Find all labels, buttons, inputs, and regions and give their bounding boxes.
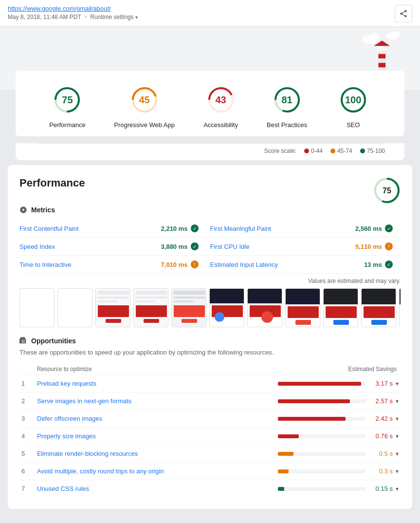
opportunity-number: 3 xyxy=(21,415,35,422)
opportunity-row[interactable]: 2 Serve images in next-gen formats 2.57 … xyxy=(19,392,401,410)
metric-row: Speed Index 3,880 ms ✓ xyxy=(19,238,210,256)
opportunity-number: 1 xyxy=(21,380,35,387)
svg-rect-38 xyxy=(174,297,205,299)
filmstrip-item xyxy=(19,288,55,327)
opportunities-section: Opportunities These are opportunities to… xyxy=(19,337,401,497)
svg-rect-6 xyxy=(379,63,386,67)
filmstrip-item xyxy=(285,288,320,327)
header-url[interactable]: https://www.google.com/gmail/about/ xyxy=(8,5,138,12)
opportunity-savings: 0.15 s xyxy=(369,485,394,492)
opportunity-name[interactable]: Serve images in next-gen formats xyxy=(37,397,276,405)
opportunity-bar-wrapper xyxy=(278,417,365,421)
main-content: Performance 75 Metrics First Contentful … xyxy=(8,165,412,509)
filmstrip-item xyxy=(95,288,130,327)
filmstrip-item xyxy=(171,288,206,327)
svg-rect-37 xyxy=(174,291,205,295)
metric-status-icon: ✓ xyxy=(385,224,393,232)
opportunity-chevron[interactable]: ▾ xyxy=(396,380,399,387)
metric-value: 7,010 ms ! xyxy=(161,261,199,268)
opportunity-name[interactable]: Eliminate render-blocking resources xyxy=(37,450,276,457)
opportunity-bar xyxy=(278,399,350,403)
filmstrip-item xyxy=(209,288,244,327)
score-item-pwa[interactable]: 45 Progressive Web App xyxy=(114,82,175,129)
opportunity-row[interactable]: 4 Properly size images 0.76 s ▾ xyxy=(19,427,401,445)
score-label-best-practices: Best Practices xyxy=(267,121,307,129)
opportunity-bar-wrapper xyxy=(278,452,365,456)
opportunity-row[interactable]: 3 Defer offscreen images 2.42 s ▾ xyxy=(19,410,401,427)
opportunity-chevron[interactable]: ▾ xyxy=(396,468,399,475)
opportunity-savings-area: 0.76 s xyxy=(278,432,394,440)
score-circle-pwa: 45 xyxy=(127,82,162,117)
opportunity-chevron[interactable]: ▾ xyxy=(396,486,399,492)
metrics-grid: First Contentful Paint 2,210 ms ✓ First … xyxy=(19,220,401,274)
opportunity-savings: 0.3 s xyxy=(369,467,394,475)
metric-name[interactable]: Speed Index xyxy=(19,243,55,250)
opportunity-bar-wrapper xyxy=(278,399,365,403)
opportunity-bar xyxy=(278,487,284,491)
metric-name[interactable]: First Meaningful Paint xyxy=(210,225,272,232)
opportunity-number: 7 xyxy=(21,485,35,492)
opportunity-bar xyxy=(278,452,293,456)
metric-status-icon: ! xyxy=(191,261,199,268)
score-label-pwa: Progressive Web App xyxy=(114,121,175,129)
opportunity-bar-wrapper xyxy=(278,382,365,386)
opportunity-savings-area: 2.42 s xyxy=(278,415,394,422)
share-button[interactable] xyxy=(395,5,412,22)
opportunity-name[interactable]: Properly size images xyxy=(37,432,276,440)
svg-rect-53 xyxy=(295,320,311,325)
opportunity-bar xyxy=(278,382,361,386)
opportunity-name[interactable]: Unused CSS rules xyxy=(37,485,276,492)
opportunity-name[interactable]: Avoid multiple, costly round trips to an… xyxy=(37,467,276,475)
svg-rect-52 xyxy=(288,306,319,318)
opportunity-chevron[interactable]: ▾ xyxy=(396,450,399,457)
opportunities-icon xyxy=(19,337,27,345)
opportunity-savings: 0.76 s xyxy=(369,432,394,440)
score-value-pwa: 45 xyxy=(139,94,149,106)
metric-name[interactable]: Estimated Input Latency xyxy=(210,261,278,268)
score-item-best-practices[interactable]: 81 Best Practices xyxy=(267,82,307,129)
opportunity-row[interactable]: 1 Preload key requests 3.17 s ▾ xyxy=(19,374,401,392)
opportunities-description: These are opportunities to speed up your… xyxy=(19,349,401,356)
opportunity-savings-area: 0.3 s xyxy=(278,467,394,475)
metric-row: Estimated Input Latency 13 ms ✓ xyxy=(210,256,401,274)
svg-rect-60 xyxy=(364,306,395,318)
svg-rect-27 xyxy=(98,300,117,302)
opportunity-row[interactable]: 6 Avoid multiple, costly round trips to … xyxy=(19,462,401,480)
scale-orange: 45-74 xyxy=(330,148,352,154)
metric-value: 13 ms ✓ xyxy=(364,261,393,268)
opportunity-row[interactable]: 7 Unused CSS rules 0.15 s ▾ xyxy=(19,480,401,497)
opportunity-chevron[interactable]: ▾ xyxy=(396,398,399,405)
metric-name[interactable]: First Contentful Paint xyxy=(19,225,78,232)
svg-rect-43 xyxy=(210,289,244,303)
opportunity-name[interactable]: Preload key requests xyxy=(37,380,276,387)
svg-rect-40 xyxy=(174,305,205,317)
metric-name[interactable]: First CPU Idle xyxy=(210,243,250,250)
score-circle-accessibility: 43 xyxy=(203,82,238,117)
filmstrip-item xyxy=(57,288,92,327)
metric-value: 5,110 ms ! xyxy=(355,243,393,250)
svg-rect-56 xyxy=(326,306,357,318)
opportunity-number: 2 xyxy=(21,397,35,405)
metric-status-icon: ✓ xyxy=(191,243,199,250)
metric-name[interactable]: Time to Interactive xyxy=(19,261,71,268)
svg-rect-25 xyxy=(98,291,129,295)
opportunity-bar-wrapper xyxy=(278,487,365,491)
metric-value: 2,210 ms ✓ xyxy=(161,224,199,232)
opportunity-savings-area: 0.15 s xyxy=(278,485,394,492)
score-item-accessibility[interactable]: 43 Accessibility xyxy=(203,82,238,129)
svg-rect-57 xyxy=(333,320,349,325)
svg-rect-5 xyxy=(379,54,386,58)
values-note: Values are estimated and may vary. xyxy=(19,278,401,284)
header-bar: https://www.google.com/gmail/about/ May … xyxy=(0,0,420,27)
opportunity-name[interactable]: Defer offscreen images xyxy=(37,415,276,422)
svg-point-49 xyxy=(261,311,273,323)
score-item-performance[interactable]: 75 Performance xyxy=(49,82,85,129)
opportunity-chevron[interactable]: ▾ xyxy=(396,415,399,422)
score-label-accessibility: Accessibility xyxy=(203,121,238,129)
opportunity-row[interactable]: 5 Eliminate render-blocking resources 0.… xyxy=(19,445,401,462)
scale-dot-red xyxy=(304,149,309,153)
runtime-settings-link[interactable]: Runtime settings xyxy=(90,14,133,20)
opportunity-chevron[interactable]: ▾ xyxy=(396,433,399,440)
score-item-seo[interactable]: 100 SEO xyxy=(336,82,371,129)
opportunity-savings-area: 0.5 s xyxy=(278,450,394,457)
